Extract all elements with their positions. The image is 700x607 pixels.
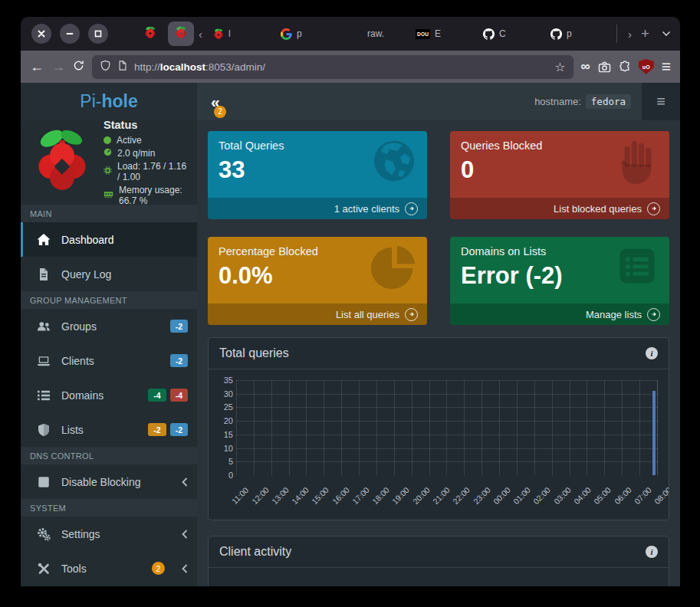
x-axis-labels: 11:0012:0013:0014:0015:0016:0017:0018:00… <box>236 475 658 510</box>
update-notification-badge: 2 <box>214 106 226 118</box>
groups-badge: -2 <box>170 320 188 333</box>
domains-on-lists-card: Domains on Lists Error (-2) Manage lists <box>450 237 669 325</box>
sidebar-item-dashboard[interactable]: Dashboard <box>21 222 197 257</box>
github-favicon <box>483 28 495 40</box>
forward-button[interactable]: → <box>51 60 65 74</box>
tab-title: C <box>499 28 506 39</box>
chevron-left-icon <box>182 564 188 573</box>
sidebar-item-label: Disable Blocking <box>61 476 141 488</box>
browser-tab[interactable]: l <box>207 21 274 47</box>
back-button[interactable]: ← <box>30 60 44 74</box>
tools-count-badge: 2 <box>152 562 165 575</box>
minimize-window-button[interactable] <box>60 24 80 44</box>
queries-blocked-card: Queries Blocked 0 List blocked queries <box>450 131 669 219</box>
active-clients-link[interactable]: 1 active clients <box>208 198 427 219</box>
domains-allow-badge: -4 <box>148 389 166 402</box>
browser-tab[interactable]: DOUE <box>409 21 477 47</box>
info-icon[interactable]: i <box>646 546 658 558</box>
pihole-favicon <box>144 26 156 41</box>
sidebar-item-label: Lists <box>61 424 84 436</box>
list-blocked-queries-link[interactable]: List blocked queries <box>450 198 669 219</box>
tab-dropdown-button[interactable] <box>654 31 679 37</box>
sidebar-item-label: Domains <box>61 389 104 402</box>
tab-scroll-right-button[interactable]: › <box>623 28 636 41</box>
sidebar-item-groups[interactable]: Groups -2 <box>21 309 197 343</box>
containers-icon[interactable]: ∞ <box>581 59 590 74</box>
active-tab-pihole[interactable] <box>168 21 194 46</box>
list-all-queries-link[interactable]: List all queries <box>208 304 427 325</box>
hand-stop-icon <box>611 137 660 188</box>
page-info-icon[interactable] <box>117 60 128 74</box>
browser-tab[interactable]: raw. <box>342 21 409 47</box>
maximize-window-button[interactable] <box>88 24 108 44</box>
sidebar-collapse-button[interactable]: « 2 <box>211 94 220 110</box>
sidebar-item-domains[interactable]: Domains -4-4 <box>21 378 197 412</box>
load-label: Load: 1.76 / 1.16 / 1.00 <box>117 161 189 182</box>
tools-icon <box>37 562 51 576</box>
pinned-tab-pihole[interactable] <box>139 21 162 46</box>
gears-icon <box>37 527 51 541</box>
browser-nav-bar: ← → http://localhost:8053/admin/ ☆ ∞ uO … <box>21 51 680 83</box>
pihole-logo <box>28 127 96 198</box>
sidebar-item-tools[interactable]: Tools 2 <box>21 551 197 586</box>
chart-plot-area <box>236 380 658 475</box>
browser-menu-icon[interactable]: ≡ <box>662 57 671 76</box>
stop-icon <box>37 475 51 489</box>
users-icon <box>37 320 51 333</box>
query-rate-label: 2.0 q/min <box>117 148 155 159</box>
url-bar[interactable]: http://localhost:8053/admin/ ☆ <box>92 55 573 79</box>
total-queries-card: Total Queries 33 1 active clients <box>208 131 427 219</box>
browser-tab[interactable]: p <box>544 21 612 47</box>
new-tab-button[interactable]: + <box>636 25 654 42</box>
arrow-circle-icon <box>647 202 660 215</box>
sidebar-item-lists[interactable]: Lists -2-2 <box>21 412 197 447</box>
app-menu-toggle[interactable]: ≡ <box>642 83 680 120</box>
pihole-brand: Pi-hole <box>21 83 197 120</box>
tab-scroll-left-button[interactable]: ‹ <box>194 28 207 41</box>
ublock-origin-icon[interactable]: uO <box>639 59 654 74</box>
status-active-icon <box>104 136 111 144</box>
sidebar-section-system: SYSTEM <box>21 499 197 517</box>
list-icon <box>37 389 51 402</box>
arrow-circle-icon <box>405 308 418 321</box>
panel-title: Total queries <box>219 346 289 360</box>
google-favicon <box>281 28 292 40</box>
sidebar-item-disable-blocking[interactable]: Disable Blocking <box>21 464 197 499</box>
manage-lists-link[interactable]: Manage lists <box>450 304 669 325</box>
sidebar-item-label: Settings <box>61 528 100 540</box>
tab-title: l <box>228 28 231 39</box>
tab-title: p <box>567 28 572 39</box>
sidebar-item-clients[interactable]: Clients -2 <box>21 343 197 378</box>
sidebar-section-group-management: GROUP MANAGEMENT <box>21 291 197 309</box>
tab-divider <box>616 25 617 43</box>
domains-deny-badge: -4 <box>170 389 188 402</box>
chevron-left-icon <box>182 530 188 539</box>
bookmark-star-icon[interactable]: ☆ <box>554 60 565 74</box>
client-activity-panel: Client activity i <box>208 536 669 586</box>
status-box: Status Active 2.0 q/min Load: 1.76 / 1.1… <box>21 120 197 205</box>
browser-window: ‹ l p raw. DOUE C p › + ← → http://local… <box>21 17 680 586</box>
total-queries-panel: Total queries i 35 30 25 20 15 10 <box>208 337 669 520</box>
sidebar-item-label: Clients <box>61 355 94 367</box>
sidebar-item-settings[interactable]: Settings <box>21 517 197 551</box>
sidebar-item-label: Groups <box>61 320 97 333</box>
extensions-puzzle-icon[interactable] <box>619 61 631 73</box>
home-icon <box>37 233 51 247</box>
shield-permissions-icon[interactable] <box>100 60 111 74</box>
reload-button[interactable] <box>73 60 84 74</box>
pihole-favicon <box>175 26 187 41</box>
lists-allow-badge: -2 <box>148 423 166 436</box>
browser-tab[interactable]: C <box>477 21 544 47</box>
dashboard-content: Total Queries 33 1 active clients Querie… <box>197 120 680 586</box>
window-controls <box>31 24 108 44</box>
sidebar-item-query-log[interactable]: Query Log <box>21 257 197 291</box>
close-window-button[interactable] <box>31 24 51 44</box>
info-icon[interactable]: i <box>646 347 658 359</box>
hamburger-icon: ≡ <box>656 93 665 110</box>
chevron-left-icon <box>182 477 188 487</box>
url-text: http://localhost:8053/admin/ <box>134 61 265 73</box>
screenshot-camera-icon[interactable] <box>598 61 611 73</box>
sidebar-item-label: Query Log <box>61 268 111 281</box>
browser-tab[interactable]: p <box>274 21 342 47</box>
pie-chart-icon <box>370 243 418 294</box>
